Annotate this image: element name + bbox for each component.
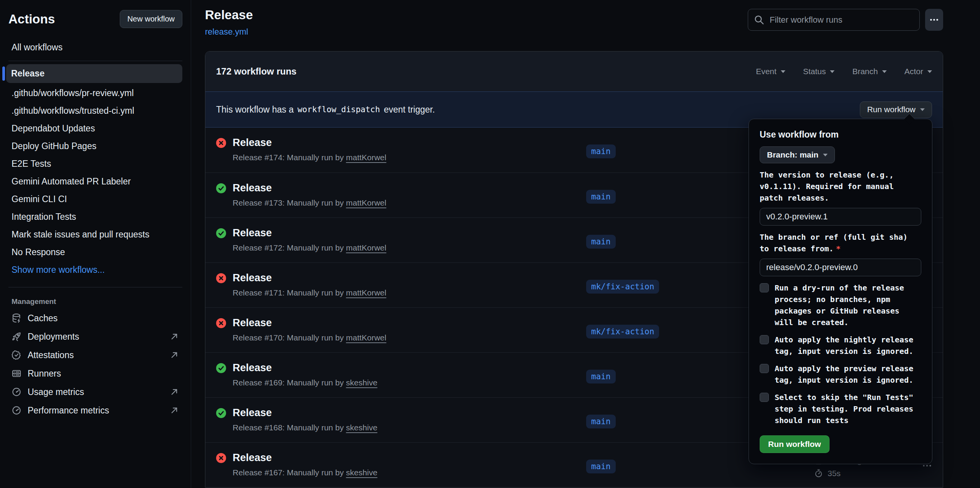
meter-icon bbox=[12, 387, 21, 397]
sidebar: Actions New workflow All workflows Relea… bbox=[0, 0, 191, 488]
success-icon bbox=[216, 228, 226, 238]
external-link-icon bbox=[170, 406, 178, 415]
run-actor-link[interactable]: mattKorwel bbox=[346, 198, 386, 207]
run-title[interactable]: Release bbox=[233, 272, 386, 284]
filter-event[interactable]: Event bbox=[756, 67, 785, 76]
filter-status[interactable]: Status bbox=[803, 67, 835, 76]
run-title[interactable]: Release bbox=[233, 227, 386, 239]
run-actor-link[interactable]: mattKorwel bbox=[346, 288, 386, 297]
checkbox[interactable] bbox=[760, 364, 769, 373]
sidebar-item-all-workflows[interactable]: All workflows bbox=[8, 39, 182, 56]
sidebar-workflow-item[interactable]: Gemini Automated PR Labeler bbox=[8, 173, 182, 190]
filter-branch[interactable]: Branch bbox=[852, 67, 887, 76]
ref-input[interactable] bbox=[760, 259, 921, 276]
sidebar-workflow-item[interactable]: Dependabot Updates bbox=[8, 120, 182, 137]
run-description: Release #173: Manually run by mattKorwel bbox=[233, 198, 386, 207]
branch-badge[interactable]: main bbox=[586, 190, 616, 204]
required-asterisk: * bbox=[836, 244, 841, 253]
checkbox[interactable] bbox=[760, 335, 769, 344]
workflow-options-kebab-button[interactable] bbox=[925, 9, 943, 31]
run-actor-link[interactable]: skeshive bbox=[346, 423, 377, 432]
run-workflow-dropdown-button[interactable]: Run workflow bbox=[860, 101, 932, 118]
run-title[interactable]: Release bbox=[233, 182, 386, 194]
dialog-checkbox-row: Select to skip the "Run Tests" step in t… bbox=[760, 392, 921, 426]
sidebar-workflow-item[interactable]: E2E Tests bbox=[8, 155, 182, 173]
caret-down-icon bbox=[823, 154, 828, 156]
run-duration: 35s bbox=[828, 469, 841, 478]
run-description: Release #168: Manually run by skeshive bbox=[233, 423, 377, 432]
checkbox[interactable] bbox=[760, 283, 769, 292]
branch-badge[interactable]: mk/fix-action bbox=[586, 325, 659, 339]
branch-badge[interactable]: mk/fix-action bbox=[586, 280, 659, 294]
version-input[interactable] bbox=[760, 208, 921, 226]
sidebar-workflow-item[interactable]: No Response bbox=[8, 243, 182, 261]
run-workflow-submit-button[interactable]: Run workflow bbox=[760, 435, 830, 453]
sidebar-workflow-item[interactable]: Mark stale issues and pull requests bbox=[8, 226, 182, 243]
show-more-workflows-link[interactable]: Show more workflows... bbox=[8, 261, 182, 279]
run-title[interactable]: Release bbox=[233, 317, 386, 329]
banner-code-workflow-dispatch: workflow_dispatch bbox=[297, 105, 380, 114]
checkbox-label: Select to skip the "Run Tests" step in t… bbox=[775, 392, 921, 426]
sidebar-title: Actions bbox=[8, 12, 55, 27]
page-title: Release bbox=[205, 8, 253, 22]
branch-badge[interactable]: main bbox=[586, 460, 616, 473]
search-icon bbox=[754, 15, 764, 25]
sidebar-item-release-selected[interactable]: Release bbox=[6, 64, 182, 83]
run-actor-link[interactable]: mattKorwel bbox=[346, 153, 386, 162]
caret-down-icon bbox=[882, 70, 887, 73]
sidebar-divider bbox=[8, 287, 182, 287]
sidebar-workflow-item[interactable]: Gemini CLI CI bbox=[8, 190, 182, 208]
filter-workflow-runs-input[interactable] bbox=[748, 9, 920, 31]
run-title[interactable]: Release bbox=[233, 407, 377, 419]
run-actor-link[interactable]: mattKorwel bbox=[346, 243, 386, 252]
sidebar-management-item[interactable]: Deployments bbox=[8, 327, 182, 346]
sidebar-workflow-item[interactable]: Deploy GitHub Pages bbox=[8, 137, 182, 155]
sidebar-workflow-item[interactable]: .github/workflows/trusted-ci.yml bbox=[8, 102, 182, 120]
branch-badge[interactable]: main bbox=[586, 415, 616, 428]
external-link-icon bbox=[170, 351, 178, 359]
sidebar-management-item[interactable]: Usage metrics bbox=[8, 383, 182, 401]
run-description: Release #169: Manually run by skeshive bbox=[233, 378, 377, 387]
sidebar-workflow-label: .github/workflows/trusted-ci.yml bbox=[12, 106, 134, 116]
branch-badge[interactable]: main bbox=[586, 144, 616, 158]
run-actor-link[interactable]: mattKorwel bbox=[346, 333, 386, 342]
rocket-icon bbox=[12, 332, 21, 342]
sidebar-management-item[interactable]: Attestations bbox=[8, 346, 182, 364]
checkbox[interactable] bbox=[760, 393, 769, 402]
branch-badge[interactable]: main bbox=[586, 235, 616, 249]
run-description: Release #170: Manually run by mattKorwel bbox=[233, 333, 386, 342]
new-workflow-button[interactable]: New workflow bbox=[120, 10, 182, 28]
dialog-checkbox-row: Run a dry-run of the release process; no… bbox=[760, 282, 921, 328]
sidebar-management-item[interactable]: Performance metrics bbox=[8, 401, 182, 420]
branch-selector-button[interactable]: Branch: main bbox=[760, 146, 835, 163]
caret-down-icon bbox=[781, 70, 785, 73]
server-icon bbox=[12, 368, 21, 378]
workflow-file-link[interactable]: release.yml bbox=[205, 27, 248, 37]
dialog-title: Use workflow from bbox=[760, 129, 921, 140]
workflow-list: Release .github/workflows/pr-review.yml … bbox=[8, 64, 182, 261]
branch-badge[interactable]: main bbox=[586, 370, 616, 383]
verified-icon bbox=[12, 350, 21, 360]
caret-down-icon bbox=[927, 70, 932, 73]
run-actor-link[interactable]: skeshive bbox=[346, 468, 377, 477]
workflow-runs-count: 172 workflow runs bbox=[216, 66, 296, 77]
dialog-checkbox-row: Auto apply the preview release tag, inpu… bbox=[760, 363, 921, 386]
run-title[interactable]: Release bbox=[233, 452, 377, 464]
management-section-label: Management bbox=[8, 297, 182, 306]
run-title[interactable]: Release bbox=[233, 137, 386, 149]
filter-actor[interactable]: Actor bbox=[904, 67, 932, 76]
checkbox-label: Run a dry-run of the release process; no… bbox=[775, 282, 921, 328]
sidebar-management-item[interactable]: Runners bbox=[8, 364, 182, 383]
sidebar-workflow-item[interactable]: Integration Tests bbox=[8, 208, 182, 226]
sidebar-workflow-label: .github/workflows/pr-review.yml bbox=[12, 88, 134, 98]
management-item-label: Deployments bbox=[28, 332, 79, 342]
run-title[interactable]: Release bbox=[233, 362, 377, 374]
sidebar-workflow-label: Integration Tests bbox=[12, 212, 76, 222]
sidebar-workflow-item[interactable]: .github/workflows/pr-review.yml bbox=[8, 84, 182, 102]
sidebar-workflow-label: Mark stale issues and pull requests bbox=[12, 229, 149, 240]
sidebar-divider bbox=[8, 61, 182, 61]
run-description: Release #171: Manually run by mattKorwel bbox=[233, 288, 386, 297]
ref-input-description: The branch or ref (full git sha) to rele… bbox=[760, 231, 921, 254]
sidebar-management-item[interactable]: Caches bbox=[8, 309, 182, 327]
run-actor-link[interactable]: skeshive bbox=[346, 378, 377, 387]
